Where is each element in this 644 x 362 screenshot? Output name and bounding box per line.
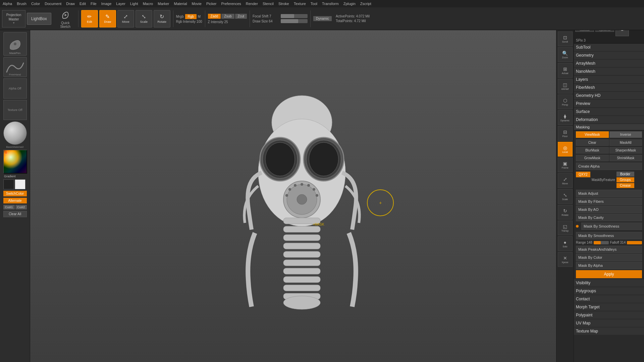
shrinkmask-button[interactable]: ShrinkMask bbox=[609, 155, 642, 161]
texture-selector[interactable]: Texture Off bbox=[3, 100, 27, 120]
right-panel-scroll[interactable]: SubTool Geometry ArrayMesh NanoMesh Laye… bbox=[574, 44, 644, 362]
quick-sketch-button[interactable]: Quick Sketch bbox=[55, 9, 75, 28]
viewport-canvas[interactable]: + +MASK bbox=[30, 30, 574, 362]
material-preview[interactable]: BasicMaterial2 bbox=[3, 121, 27, 148]
swatch-light[interactable] bbox=[15, 179, 25, 189]
menu-alpha[interactable]: Alpha bbox=[3, 2, 12, 6]
groups-button[interactable]: Groups bbox=[616, 177, 634, 182]
texture-map-section[interactable]: Texture Map bbox=[574, 327, 644, 335]
menu-layer[interactable]: Layer bbox=[116, 2, 125, 6]
brush-preview[interactable]: MaskPen bbox=[3, 32, 27, 56]
focal-shift-slider[interactable] bbox=[281, 14, 308, 18]
nanomesh-section[interactable]: NanoMesh bbox=[574, 68, 644, 75]
local-button[interactable]: ◎ Local bbox=[558, 142, 573, 157]
scale-button[interactable]: ⤡ Scale bbox=[136, 10, 152, 27]
xyz-button[interactable]: QXY2 bbox=[576, 172, 590, 177]
clear-all-button[interactable]: Clear All bbox=[3, 211, 27, 217]
solo-button[interactable]: ● Solo bbox=[558, 236, 573, 251]
menu-tool[interactable]: Tool bbox=[311, 2, 317, 6]
draw-size-slider[interactable] bbox=[281, 19, 308, 23]
scale-right-button[interactable]: ⤡ Scale bbox=[558, 189, 573, 204]
growmask-button[interactable]: GrowMask bbox=[576, 155, 609, 161]
crease-button[interactable]: Crease bbox=[616, 183, 634, 188]
uv-map-section[interactable]: UV Map bbox=[574, 319, 644, 327]
menu-stroke[interactable]: Stroke bbox=[278, 2, 289, 6]
scroll-button[interactable]: ⊡ Scroll bbox=[558, 32, 573, 46]
preview-section[interactable]: Preview bbox=[574, 100, 644, 107]
menu-draw[interactable]: Draw bbox=[66, 2, 75, 6]
geometry-section[interactable]: Geometry bbox=[574, 52, 644, 59]
mask-by-alpha-button[interactable]: Mask By Alpha bbox=[576, 262, 642, 269]
mask-by-smoothness-2-button[interactable]: Mask By Smoothness bbox=[576, 232, 642, 239]
zcut-button[interactable]: Zcut bbox=[235, 14, 247, 19]
menu-movie[interactable]: Movie bbox=[192, 2, 202, 6]
mask-peaks-valleys-button[interactable]: Mask PeaksAndValleys bbox=[576, 246, 642, 253]
cust1-button[interactable]: Cust1 bbox=[3, 205, 15, 209]
menu-zplugin[interactable]: Zplugin bbox=[343, 2, 356, 6]
menu-texture[interactable]: Texture bbox=[294, 2, 306, 6]
layers-section[interactable]: Layers bbox=[574, 76, 644, 83]
mask-by-smoothness-button[interactable]: Mask By Smoothness bbox=[581, 223, 642, 230]
menu-image[interactable]: Image bbox=[101, 2, 112, 6]
zadd-button[interactable]: Zadd bbox=[208, 14, 221, 19]
projection-master-button[interactable]: ProjectionMaster ▼ bbox=[2, 10, 25, 27]
clear-button[interactable]: Clear bbox=[576, 139, 609, 146]
mask-adjust-button[interactable]: Mask Adjust bbox=[576, 190, 642, 197]
mask-by-color-button[interactable]: Mask By Color bbox=[576, 254, 642, 261]
fibermesh-section[interactable]: FiberMesh bbox=[574, 84, 644, 91]
aahalf-button[interactable]: ◫ AAHalf bbox=[558, 79, 573, 94]
alpha-selector[interactable]: Alpha Off bbox=[3, 78, 27, 99]
rotate-right-button[interactable]: ↻ Rotate bbox=[558, 205, 573, 220]
deformation-section[interactable]: Deformation bbox=[574, 116, 644, 123]
actual-button[interactable]: ⊞ Actual bbox=[558, 63, 573, 78]
blurmask-button[interactable]: BlurMask bbox=[576, 147, 609, 154]
inverse-button[interactable]: Inverse bbox=[609, 131, 642, 138]
swatch-dark[interactable] bbox=[3, 179, 14, 189]
apply-button[interactable]: Apply bbox=[576, 270, 642, 278]
polygroups-section[interactable]: Polygroups bbox=[574, 287, 644, 295]
mask-by-fibers-button[interactable]: Mask By Fibers bbox=[576, 198, 642, 205]
morph-target-section[interactable]: Morph Target bbox=[574, 303, 644, 311]
menu-transform[interactable]: Transform bbox=[322, 2, 339, 6]
cust2-button[interactable]: Cust2 bbox=[15, 205, 27, 209]
switch-color-button[interactable]: SwitchColor bbox=[3, 191, 27, 196]
border-button[interactable]: Border bbox=[616, 172, 634, 177]
menu-material[interactable]: Material bbox=[174, 2, 187, 6]
menu-macro[interactable]: Macro bbox=[143, 2, 153, 6]
draw-button[interactable]: ✎ Draw bbox=[99, 10, 116, 27]
menu-file[interactable]: File bbox=[91, 2, 97, 6]
persp-button[interactable]: ⬡ Persp bbox=[558, 95, 573, 109]
zoom-button[interactable]: 🔍 Zoom bbox=[558, 47, 573, 62]
viewmask-button[interactable]: ViewMask bbox=[576, 131, 609, 138]
move-right-button[interactable]: ⤢ Move bbox=[558, 173, 573, 188]
menu-picker[interactable]: Picker bbox=[206, 2, 217, 6]
mask-by-ao-button[interactable]: Mask By AO bbox=[576, 206, 642, 213]
floor-button[interactable]: ⊟ Floor bbox=[558, 126, 573, 141]
menu-zscript[interactable]: Zscript bbox=[360, 2, 371, 6]
contact-section[interactable]: Contact bbox=[574, 295, 644, 303]
geometryhd-section[interactable]: Geometry HD bbox=[574, 92, 644, 99]
frame-button[interactable]: ▣ Frame bbox=[558, 158, 573, 172]
sharpenmask-button[interactable]: SharpenMask bbox=[609, 147, 642, 154]
transp-button[interactable]: ◱ Transp bbox=[558, 221, 573, 235]
menu-stencil[interactable]: Stencil bbox=[263, 2, 274, 6]
maskall-button[interactable]: MaskAll bbox=[609, 139, 642, 146]
range-slider[interactable] bbox=[594, 241, 609, 244]
surface-section[interactable]: Surface bbox=[574, 108, 644, 115]
edit-button[interactable]: ✏ Edit bbox=[81, 10, 98, 27]
menu-render[interactable]: Render bbox=[246, 2, 258, 6]
lightbox-button[interactable]: LightBox bbox=[27, 13, 51, 25]
brush-stroke-preview[interactable]: FreeHand bbox=[3, 57, 27, 77]
menu-preferences[interactable]: Preferences bbox=[221, 2, 241, 6]
color-picker[interactable] bbox=[3, 150, 27, 173]
zsub-button[interactable]: Zsub bbox=[221, 14, 234, 19]
rgb-button[interactable]: Rgb bbox=[185, 14, 197, 19]
alternate-button[interactable]: Alternate bbox=[3, 198, 27, 203]
menu-marker[interactable]: Marker bbox=[158, 2, 169, 6]
subtool-section[interactable]: SubTool bbox=[574, 44, 644, 51]
visibility-section[interactable]: Visibility bbox=[574, 279, 644, 287]
falloff-slider[interactable] bbox=[627, 241, 642, 244]
menu-document[interactable]: Document bbox=[45, 2, 61, 6]
polypaint-section[interactable]: Polypaint bbox=[574, 311, 644, 319]
create-alpha-button[interactable]: Create Alpha bbox=[576, 163, 642, 170]
